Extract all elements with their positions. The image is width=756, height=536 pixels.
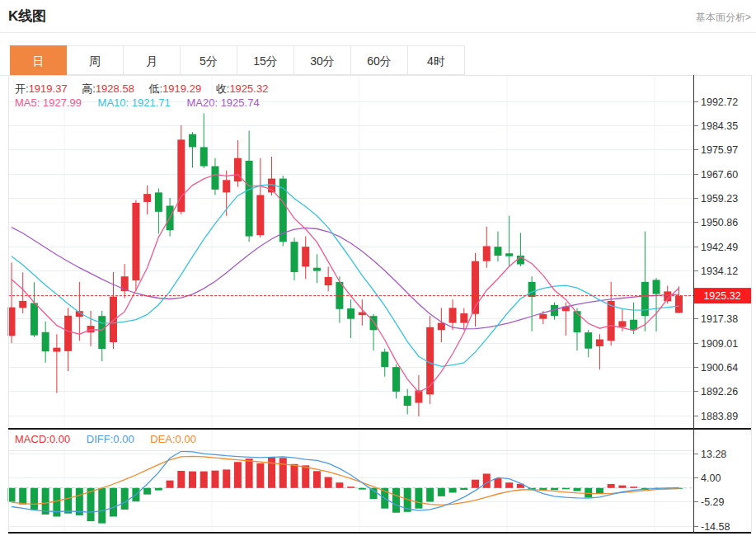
candle-body	[426, 327, 434, 395]
last-price-tag-label: 1925.32	[703, 290, 740, 302]
macd-bar	[143, 488, 151, 495]
candle-body	[505, 253, 513, 256]
candle-body	[19, 301, 26, 308]
candle-body	[31, 303, 38, 335]
candle-body	[438, 323, 445, 331]
candle-body	[381, 352, 388, 368]
ma5-value: 1927.99	[43, 96, 82, 109]
macd-bar	[630, 487, 637, 488]
ma-readout: MA5: 1927.99 MA10: 1921.71 MA20: 1925.74	[15, 96, 273, 109]
open-value: 1919.37	[29, 82, 68, 95]
macd-bar	[223, 469, 230, 487]
high-value: 1928.58	[96, 82, 134, 95]
candle-body	[653, 280, 660, 294]
macd-bar	[596, 488, 603, 494]
low-label: 低:	[149, 82, 163, 95]
macd-bar	[189, 472, 196, 488]
macd-axis-label: 13.28	[701, 449, 726, 460]
candle-body	[223, 180, 230, 192]
price-axis-label: 1992.72	[701, 96, 738, 108]
candle-body	[585, 332, 592, 349]
macd-bar	[494, 478, 501, 488]
candle-body	[246, 161, 253, 237]
low-value: 1919.29	[162, 82, 201, 95]
macd-bar	[177, 471, 185, 488]
macd-bar	[483, 473, 491, 487]
macd-axis-label: -14.58	[701, 521, 730, 533]
candle-body	[256, 195, 264, 236]
candle-body	[42, 332, 49, 351]
candle-body	[528, 282, 536, 297]
macd-bar	[438, 488, 445, 496]
macd-bar	[110, 488, 117, 517]
candle-body	[460, 313, 467, 323]
macd-bar	[551, 488, 558, 491]
macd-bar	[256, 463, 264, 488]
macd-bar	[359, 488, 366, 490]
macd-bar	[211, 471, 218, 488]
macd-bar	[460, 488, 467, 490]
candle-body	[641, 282, 649, 316]
candle-body	[132, 203, 139, 280]
macd-bar	[19, 488, 26, 505]
macd-bar	[313, 471, 321, 487]
kline-page: K线图 基本面分析> 日 周 月 5分 15分 30分 60分 4时 1992.…	[0, 0, 756, 536]
candle-body	[110, 297, 117, 342]
macd-bar	[472, 480, 479, 488]
price-axis-label: 1942.49	[701, 242, 738, 253]
price-axis-label: 1975.97	[701, 144, 738, 156]
price-axis-label: 1934.12	[701, 266, 738, 277]
candle-body	[291, 242, 298, 272]
candle-body	[143, 194, 151, 202]
macd-bar	[505, 482, 513, 488]
close-value: 1925.32	[229, 82, 268, 95]
macd-bar	[392, 488, 400, 513]
ma10-label: MA10:	[98, 96, 129, 109]
ma5-label: MA5:	[15, 96, 40, 109]
candle-body	[325, 277, 332, 285]
macd-bar	[155, 488, 162, 491]
macd-bar	[200, 472, 208, 488]
ma10-value: 1921.71	[132, 96, 171, 109]
macd-bar	[31, 488, 38, 510]
price-axis-label: 1909.01	[701, 338, 738, 350]
price-axis-label: 1967.60	[701, 169, 738, 181]
macd-bar	[53, 488, 60, 517]
candle-body	[539, 314, 547, 319]
macd-bar	[234, 462, 242, 488]
candle-body	[189, 134, 196, 148]
macd-label: MACD:	[15, 433, 49, 445]
open-label: 开:	[15, 82, 29, 95]
price-axis-label: 1959.23	[701, 193, 738, 205]
macd-bar	[585, 488, 592, 498]
macd-bar	[347, 487, 355, 488]
macd-bar	[121, 488, 129, 510]
macd-bar	[562, 488, 570, 490]
macd-bar	[64, 488, 72, 514]
candle-body	[98, 316, 106, 349]
candle-body	[87, 326, 95, 332]
dea-value: 0.00	[176, 433, 196, 445]
price-axis-label: 1984.35	[701, 120, 738, 132]
candle-body	[483, 246, 491, 261]
candle-body	[53, 348, 60, 352]
candle-body	[618, 321, 626, 327]
macd-bar	[98, 488, 106, 524]
macd-bar	[426, 488, 434, 502]
candle-body	[64, 316, 72, 351]
kline-chart-canvas[interactable]: 1992.721984.351975.971967.601959.231950.…	[0, 0, 756, 536]
macd-bar	[302, 465, 309, 487]
price-axis-label: 1950.86	[701, 217, 738, 228]
candle-body	[675, 296, 683, 313]
candle-body	[155, 192, 162, 211]
candle-body	[404, 396, 411, 406]
macd-bar	[268, 457, 275, 488]
high-label: 高:	[82, 82, 96, 95]
candle-body	[596, 340, 603, 346]
macd-readout: MACD:0.00 DIFF:0.00 DEA:0.00	[15, 433, 209, 445]
macd-bar	[415, 488, 422, 509]
diff-label: DIFF:	[87, 433, 114, 445]
macd-value: 0.00	[49, 433, 70, 445]
macd-bar	[618, 486, 626, 488]
diff-value: 0.00	[113, 433, 134, 445]
